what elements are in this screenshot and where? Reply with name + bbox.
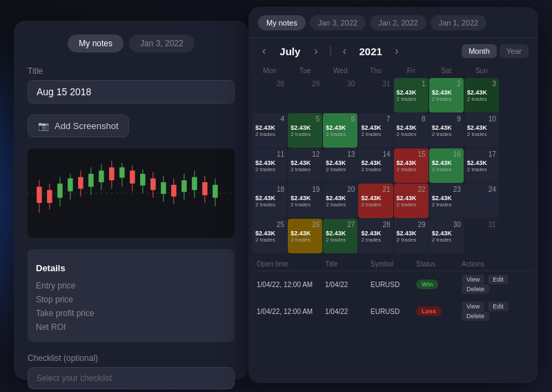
trade2-status-badge: Loss [416,306,462,316]
cal-day-12[interactable]: 12$2.43K2 trades [288,148,322,183]
header-symbol: Symbol [371,260,416,268]
trade-table: Open time Title Symbol Status Actions 1/… [254,257,533,325]
svg-rect-26 [161,182,166,194]
right-tab-jan1[interactable]: Jan 1, 2022 [431,15,487,30]
checklist-label: Checklist (optional) [28,353,235,363]
cal-day-5[interactable]: 5$2.43K2 trades [288,113,322,148]
net-roi-row: Net ROI [36,320,226,334]
take-profit-row: Take profit price [36,306,226,320]
cal-day-29prev[interactable]: 29 [288,78,322,112]
dow-extra [500,64,534,77]
svg-rect-2 [37,187,42,203]
left-tab-mynotes[interactable]: My notes [68,35,124,52]
trade2-delete-button[interactable]: Delete [462,311,489,321]
cal-day-17[interactable]: 17$2.43K2 trades [464,148,499,183]
svg-rect-24 [150,178,156,190]
cal-day-31prev[interactable]: 31 [358,78,393,112]
svg-rect-4 [47,190,52,203]
trade1-delete-button[interactable]: Delete [462,284,489,294]
trade2-view-button[interactable]: View [462,302,484,311]
cal-day-28[interactable]: 28$2.43K2 trades [358,219,393,253]
cal-day-23[interactable]: 23$2.43K2 trades [429,184,464,218]
svg-rect-30 [181,180,187,192]
cal-day-11[interactable]: 11$2.43K2 trades [253,148,287,183]
cal-day-4[interactable]: 4$2.43K2 trades [253,113,287,148]
cal-day-27[interactable]: 27$2.43K2 trades [323,219,357,253]
calendar-view-buttons: Month Year [462,44,529,58]
cal-day-28prev[interactable]: 28 [253,78,287,112]
left-tab-jan3[interactable]: Jan 3, 2022 [129,35,195,52]
calendar-header: ‹ July › | ‹ 2021 › Month Year [248,38,538,64]
title-input[interactable] [28,80,235,104]
cal-week3-extra [500,148,534,183]
trade2-title: 1/04/22 [325,308,371,315]
left-tabs: My notes Jan 3, 2022 [28,35,235,52]
next-month-button[interactable]: › [310,43,322,59]
dow-wed: Wed [323,64,357,77]
title-label: Title [28,66,235,76]
cal-day-21[interactable]: 21$2.43K2 trades [358,184,393,218]
cal-day-29[interactable]: 29$2.43K2 trades [394,219,428,253]
cal-day-7[interactable]: 7$2.43K2 trades [358,113,393,148]
prev-month-button[interactable]: ‹ [258,43,270,59]
candlestick-chart [28,148,235,238]
cal-day-30prev[interactable]: 30 [323,78,357,112]
trade1-symbol: EURUSD [371,281,416,288]
dow-sat: Sat [429,64,464,77]
cal-day-30[interactable]: 30$2.43K2 trades [429,219,464,253]
calendar-year: 2021 [353,46,388,57]
cal-day-10[interactable]: 10$2.43K2 trades [464,113,499,148]
cal-day-13[interactable]: 13$2.43K2 trades [323,148,357,183]
cal-day-19[interactable]: 19$2.43K2 trades [288,184,322,218]
next-year-button[interactable]: › [391,43,402,59]
cal-day-1[interactable]: 1$2.43K2 trades [394,78,428,112]
cal-day-9[interactable]: 9$2.43K2 trades [429,113,464,148]
right-panel: My notes Jan 3, 2022 Jan 2, 2022 Jan 1, … [248,7,538,383]
cal-day-31next[interactable]: 31 [464,219,499,253]
checklist-input[interactable]: Select your checklist [28,367,235,389]
cal-day-3[interactable]: 3$2.43K2 trades [464,78,499,112]
svg-rect-22 [140,174,146,186]
cal-day-16[interactable]: 16$2.43K2 trades [429,148,464,183]
dow-fri: Fri [394,64,428,77]
month-view-button[interactable]: Month [462,44,497,58]
right-tab-mynotes[interactable]: My notes [258,15,306,30]
trade1-actions: View Edit Delete [462,275,530,294]
cal-day-22[interactable]: 22$2.43K2 trades [394,184,428,218]
trade1-view-button[interactable]: View [462,275,484,284]
add-screenshot-button[interactable]: 📷 Add Screenshot [28,115,129,137]
cal-day-2[interactable]: 2$2.43K2 trades [429,78,464,112]
details-section: Details Entry price Stop price Take prof… [28,249,235,342]
trade1-title: 1/04/22 [325,281,371,288]
cal-day-6[interactable]: 6$2.43K2 trades [323,113,357,148]
dow-tue: Tue [288,64,322,77]
prev-year-button[interactable]: ‹ [339,43,351,59]
cal-day-15[interactable]: 15$2.43K2 trades [394,148,428,183]
svg-rect-34 [202,182,208,195]
calendar-grid: Mon Tue Wed Thu Fri Sat Sun 28 29 30 31 … [248,64,538,253]
camera-icon: 📷 [38,121,49,131]
cal-week1-extra [500,78,534,112]
cal-day-14[interactable]: 14$2.43K2 trades [358,148,393,183]
svg-rect-10 [78,177,83,189]
cal-day-8[interactable]: 8$2.43K2 trades [394,113,428,148]
cal-day-20[interactable]: 20$2.43K2 trades [323,184,357,218]
svg-rect-20 [130,170,135,184]
header-status: Status [416,260,462,268]
dow-thu: Thu [358,64,393,77]
details-title: Details [36,263,226,273]
right-tab-jan2[interactable]: Jan 2, 2022 [370,15,426,30]
year-view-button[interactable]: Year [500,44,529,58]
header-actions: Actions [462,260,530,268]
cal-day-18[interactable]: 18$2.43K2 trades [253,184,287,218]
cal-day-24[interactable]: 24 [464,184,499,218]
cal-day-26[interactable]: 26$2.43K2 trades [288,219,322,253]
trade2-time: 1/04/22, 12:00 AM [257,308,325,315]
cal-week4-extra [500,184,534,218]
cal-day-25[interactable]: 25$2.43K2 trades [253,219,287,253]
dow-sun: Sun [464,64,499,77]
trade2-edit-button[interactable]: Edit [488,302,509,311]
trade1-edit-button[interactable]: Edit [488,275,509,284]
right-tab-jan3[interactable]: Jan 3, 2022 [310,15,366,30]
left-panel: My notes Jan 3, 2022 Title 📷 Add Screens… [14,21,248,380]
